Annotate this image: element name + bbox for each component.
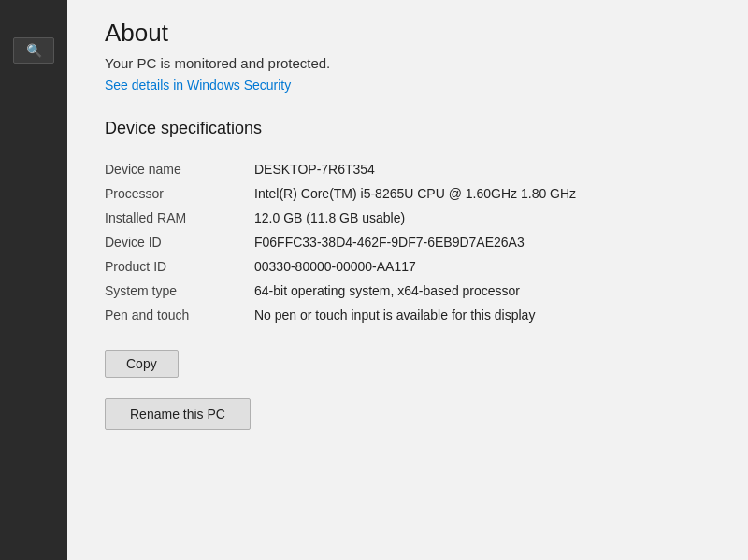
spec-label: Device ID xyxy=(105,230,254,254)
spec-label: Installed RAM xyxy=(105,206,254,230)
section-title: Device specifications xyxy=(105,119,711,138)
spec-value: 00330-80000-00000-AA117 xyxy=(254,254,711,279)
spec-label: Pen and touch xyxy=(105,303,254,327)
spec-label: Device name xyxy=(105,157,254,181)
table-row: ProcessorIntel(R) Core(TM) i5-8265U CPU … xyxy=(105,181,711,206)
spec-value: Intel(R) Core(TM) i5-8265U CPU @ 1.60GHz… xyxy=(254,181,711,206)
search-icon: 🔍 xyxy=(26,43,42,58)
sidebar: 🔍 xyxy=(0,0,67,560)
spec-label: System type xyxy=(105,279,254,303)
table-row: Device nameDESKTOP-7R6T354 xyxy=(105,157,711,181)
security-link[interactable]: See details in Windows Security xyxy=(105,78,291,93)
page-title: About xyxy=(105,19,711,48)
table-row: System type64-bit operating system, x64-… xyxy=(105,279,711,303)
spec-label: Processor xyxy=(105,181,254,206)
specs-table: Device nameDESKTOP-7R6T354ProcessorIntel… xyxy=(105,157,711,327)
copy-button[interactable]: Copy xyxy=(105,350,179,378)
table-row: Pen and touchNo pen or touch input is av… xyxy=(105,303,711,327)
rename-button[interactable]: Rename this PC xyxy=(105,398,251,430)
copy-button-row: Copy xyxy=(105,350,711,378)
table-row: Device IDF06FFC33-38D4-462F-9DF7-6EB9D7A… xyxy=(105,230,711,254)
security-status: Your PC is monitored and protected. xyxy=(105,55,711,71)
table-row: Product ID00330-80000-00000-AA117 xyxy=(105,254,711,279)
table-row: Installed RAM12.0 GB (11.8 GB usable) xyxy=(105,206,711,230)
spec-label: Product ID xyxy=(105,254,254,279)
search-button[interactable]: 🔍 xyxy=(13,37,54,64)
spec-value: F06FFC33-38D4-462F-9DF7-6EB9D7AE26A3 xyxy=(254,230,711,254)
spec-value: No pen or touch input is available for t… xyxy=(254,303,711,327)
spec-value: 64-bit operating system, x64-based proce… xyxy=(254,279,711,303)
spec-value: DESKTOP-7R6T354 xyxy=(254,157,711,181)
main-content: About Your PC is monitored and protected… xyxy=(67,0,748,560)
rename-button-row: Rename this PC xyxy=(105,391,711,430)
spec-value: 12.0 GB (11.8 GB usable) xyxy=(254,206,711,230)
